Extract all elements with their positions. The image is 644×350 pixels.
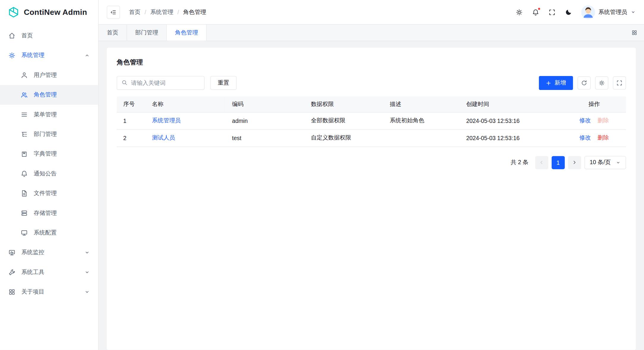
fullscreen-icon[interactable] — [548, 8, 556, 16]
search-icon — [121, 79, 128, 86]
tab-actions-icon[interactable] — [631, 25, 644, 41]
wrench-icon — [8, 269, 16, 276]
page-number-1[interactable]: 1 — [551, 156, 564, 169]
app-title: ContiNew Admin — [24, 8, 87, 17]
chevron-down-icon — [84, 289, 90, 295]
table-settings-button[interactable] — [595, 76, 608, 89]
tabbar: 首页 部门管理 角色管理 — [99, 25, 644, 41]
sidebar-item-label: 首页 — [21, 32, 33, 39]
monitor-icon — [20, 229, 28, 237]
cell-code: test — [225, 129, 304, 147]
tab-home[interactable]: 首页 — [99, 25, 127, 41]
dark-mode-moon-icon[interactable] — [565, 8, 572, 16]
sidebar-item-storage[interactable]: 存储管理 — [0, 203, 98, 223]
role-management-card: 角色管理 重置 新 — [107, 47, 636, 350]
breadcrumb-separator: / — [177, 9, 179, 15]
breadcrumb-system[interactable]: 系统管理 — [150, 8, 173, 16]
file-icon — [20, 190, 28, 197]
chevron-down-icon — [84, 250, 90, 255]
toolbar: 重置 新增 — [117, 76, 626, 90]
sidebar-item-dictionary[interactable]: 字典管理 — [0, 144, 98, 164]
search-input[interactable] — [117, 76, 205, 90]
add-button[interactable]: 新增 — [539, 76, 573, 90]
role-name-link[interactable]: 系统管理员 — [152, 117, 181, 123]
cell-scope: 全部数据权限 — [304, 112, 383, 129]
tab-label: 首页 — [107, 29, 118, 37]
menu-list-icon — [20, 111, 28, 118]
delete-link-disabled: 删除 — [597, 117, 609, 123]
breadcrumb-home[interactable]: 首页 — [129, 8, 140, 16]
plus-icon — [546, 80, 551, 85]
refresh-icon — [581, 80, 587, 86]
sidebar-item-departments[interactable]: 部门管理 — [0, 124, 98, 144]
chevron-down-icon — [84, 270, 90, 275]
table-header-row: 序号 名称 编码 数据权限 描述 创建时间 操作 — [117, 96, 626, 112]
sidebar-item-users[interactable]: 用户管理 — [0, 65, 98, 85]
tab-departments[interactable]: 部门管理 — [127, 25, 167, 41]
expand-table-button[interactable] — [613, 76, 626, 89]
app-root: ContiNew Admin 首页 系统管理 — [0, 0, 644, 350]
sidebar-item-system-config[interactable]: 系统配置 — [0, 223, 98, 243]
edit-link[interactable]: 修改 — [579, 134, 591, 141]
sidebar-item-label: 字典管理 — [34, 150, 56, 158]
sidebar-group-about[interactable]: 关于项目 — [0, 282, 98, 302]
page-size-value: 10 条/页 — [590, 159, 611, 166]
prev-page-button[interactable] — [535, 156, 548, 169]
roles-table: 序号 名称 编码 数据权限 描述 创建时间 操作 1 系统管理员 — [117, 96, 626, 147]
sidebar-item-home[interactable]: 首页 — [0, 26, 98, 45]
cell-index: 2 — [117, 129, 145, 147]
search-box — [117, 76, 205, 90]
column-header-created: 创建时间 — [460, 96, 562, 112]
edit-link[interactable]: 修改 — [579, 117, 591, 123]
sidebar-collapse-button[interactable] — [107, 6, 120, 19]
delete-link[interactable]: 删除 — [597, 134, 609, 141]
notification-bell-icon[interactable] — [532, 8, 539, 16]
settings-icon[interactable] — [515, 8, 523, 16]
sidebar-item-label: 关于项目 — [21, 288, 44, 296]
sidebar-item-menus[interactable]: 菜单管理 — [0, 105, 98, 124]
sidebar-group-system[interactable]: 系统管理 — [0, 46, 98, 65]
logo-icon — [7, 6, 20, 19]
reset-button[interactable]: 重置 — [210, 76, 237, 90]
storage-icon — [20, 210, 28, 217]
cell-description — [383, 129, 460, 147]
cell-scope: 自定义数据权限 — [304, 129, 383, 147]
menu-fold-icon — [110, 9, 117, 15]
sidebar-item-label: 部门管理 — [34, 131, 56, 138]
user-menu[interactable]: 系统管理员 — [581, 5, 636, 19]
column-header-scope: 数据权限 — [304, 96, 383, 112]
refresh-button[interactable] — [577, 76, 591, 89]
sidebar-item-files[interactable]: 文件管理 — [0, 183, 98, 203]
sidebar-item-roles[interactable]: 角色管理 — [0, 85, 98, 104]
app-logo[interactable]: ContiNew Admin — [0, 0, 98, 25]
chevron-down-icon — [616, 160, 621, 165]
tab-roles[interactable]: 角色管理 — [167, 25, 207, 41]
table-row: 1 系统管理员 admin 全部数据权限 系统初始角色 2024-05-03 1… — [117, 112, 626, 129]
notification-dot — [538, 7, 541, 10]
avatar — [581, 5, 595, 19]
breadcrumb-separator: / — [145, 9, 146, 15]
next-page-button[interactable] — [568, 156, 581, 169]
gear-icon — [8, 52, 16, 59]
user-name: 系统管理员 — [599, 8, 627, 16]
page-size-select[interactable]: 10 条/页 — [584, 156, 626, 169]
sidebar-item-label: 文件管理 — [34, 190, 56, 197]
grid-icon — [8, 288, 16, 296]
breadcrumb-current: 角色管理 — [183, 8, 206, 16]
sidebar-item-label: 系统监控 — [21, 249, 44, 256]
cell-created: 2024-05-03 12:53:16 — [460, 112, 562, 129]
column-header-name: 名称 — [145, 96, 226, 112]
cell-code: admin — [225, 112, 304, 129]
sidebar-group-tools[interactable]: 系统工具 — [0, 262, 98, 282]
cell-description: 系统初始角色 — [383, 112, 460, 129]
home-icon — [8, 32, 16, 39]
sidebar-item-label: 系统配置 — [34, 229, 56, 237]
sidebar-item-announcements[interactable]: 通知公告 — [0, 164, 98, 183]
sidebar-group-monitor[interactable]: 系统监控 — [0, 243, 98, 262]
topbar: 首页 / 系统管理 / 角色管理 — [99, 0, 644, 25]
page-title: 角色管理 — [117, 58, 626, 67]
expand-icon — [616, 80, 623, 86]
column-header-actions: 操作 — [562, 96, 626, 112]
role-name-link[interactable]: 测试人员 — [152, 134, 175, 141]
column-header-index: 序号 — [117, 96, 145, 112]
